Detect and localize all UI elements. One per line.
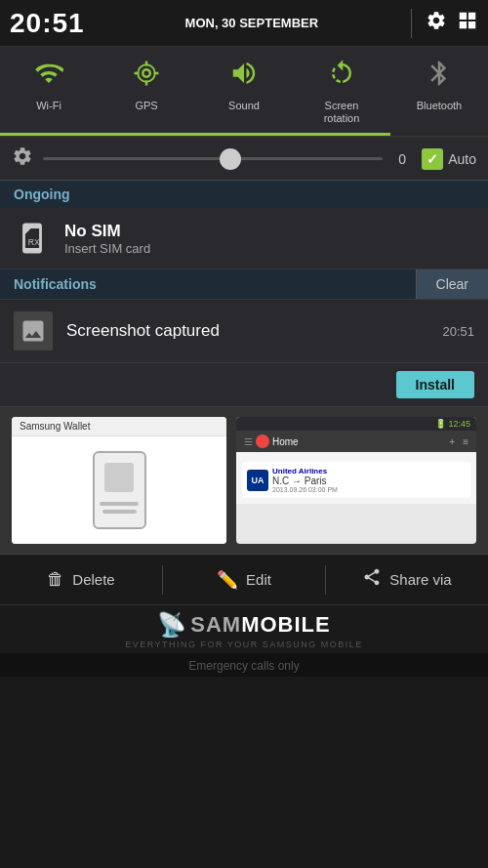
ua-logo: UA [247,470,268,491]
screenshot-notification[interactable]: Screenshot captured 20:51 [0,300,488,363]
qs-wifi[interactable]: Wi-Fi [0,47,98,136]
qs-rotation[interactable]: Screen rotation [293,47,390,136]
auto-checkbox-icon [422,148,443,170]
delete-icon: 🗑 [47,569,64,590]
wifi-icon [34,59,63,95]
wallet-phone-illustration [93,451,146,529]
clear-button[interactable]: Clear [416,269,488,299]
flight-date: 2013.09.26 03:00 PM [272,486,338,493]
qs-bluetooth[interactable]: Bluetooth [390,47,488,136]
screenshot-time: 20:51 [442,324,474,339]
notifications-label: Notifications [0,269,416,299]
rotation-icon [327,59,356,95]
notifications-header: Notifications Clear [0,269,488,300]
auto-brightness-toggle[interactable]: Auto [422,148,476,170]
sound-icon [229,59,259,95]
browser-body: UA United Airlines N.C → Paris 2013.09.2… [236,452,476,504]
brightness-value: 0 [392,151,412,167]
edit-icon: ✏️ [217,569,238,591]
share-button[interactable]: Share via [326,555,488,604]
brand-sam: SAM [190,612,241,637]
svg-point-1 [138,64,155,82]
new-tab-icon: + [449,436,455,447]
tab-menu-icon: ≡ [463,436,468,447]
wallet-card-body [12,436,226,544]
recent-app-wallet[interactable]: Samsung Wallet [12,417,226,544]
settings-icon[interactable] [426,10,447,36]
edit-button[interactable]: ✏️ Edit [163,555,325,604]
brand-tagline: EVERYTHING FOR YOUR SAMSUNG MOBILE [125,640,363,649]
qs-sound-label: Sound [228,100,260,112]
delete-label: Delete [72,571,114,588]
qs-rotation-label: Screen rotation [324,100,360,125]
status-date: MON, 30 SEPTEMBER [97,16,407,30]
screenshot-content: Screenshot captured [66,321,428,341]
brand-mobile: MOBILE [241,612,331,637]
battery-icon: 🔋 [435,419,446,429]
qs-gps[interactable]: GPS [98,47,195,136]
brand-text: SAMMOBILE [190,612,330,638]
no-sim-notification[interactable]: RX No SIM Insert SIM card [0,208,488,269]
brightness-thumb [220,148,241,170]
recent-app-browser[interactable]: 🔋 12:45 ☰ Home + ≡ UA United Airlines N.… [236,417,476,544]
sim-icon: RX [14,220,51,257]
grid-icon[interactable] [457,10,478,36]
recent-apps-area: Samsung Wallet 🔋 12:45 ☰ Home + ≡ [0,407,488,554]
browser-favicon [256,434,269,448]
brand-antenna-icon: 📡 [157,611,186,639]
flight-route: N.C → Paris [272,475,338,486]
brand-logo: 📡 SAMMOBILE [157,611,330,639]
airline-name: United Airlines [272,467,338,475]
share-label: Share via [389,571,451,588]
card2-time-display: 🔋 12:45 [236,417,476,431]
brightness-row: 0 Auto [0,138,488,181]
no-sim-content: No SIM Insert SIM card [64,222,150,256]
ongoing-section-header: Ongoing [0,181,488,208]
screenshot-title: Screenshot captured [66,321,220,340]
brand-bar: 📡 SAMMOBILE EVERYTHING FOR YOUR SAMSUNG … [0,604,488,653]
status-icons [407,9,478,38]
browser-tab-title: Home [272,436,445,447]
svg-point-0 [142,69,150,77]
svg-text:RX: RX [28,237,40,247]
browser-header: ☰ Home + ≡ [236,431,476,452]
bottom-toolbar: 🗑 Delete ✏️ Edit Share via [0,554,488,604]
wallet-card-header: Samsung Wallet [12,417,226,436]
install-bar: Install [0,363,488,407]
brightness-slider[interactable] [43,157,383,160]
screenshot-thumbnail-icon [14,311,53,351]
emergency-text: Emergency calls only [188,659,299,673]
qs-wifi-label: Wi-Fi [36,100,61,112]
emergency-bar: Emergency calls only [0,653,488,677]
brightness-track [43,157,383,160]
quick-settings-panel: Wi-Fi GPS Sound S [0,47,488,138]
brightness-icon [12,145,33,172]
qs-sound[interactable]: Sound [195,47,293,136]
bluetooth-icon [425,59,454,95]
status-time: 20:51 [10,8,85,39]
status-bar: 20:51 MON, 30 SEPTEMBER [0,0,488,47]
auto-label: Auto [448,151,476,167]
divider [411,9,412,38]
edit-label: Edit [246,571,271,588]
qs-bluetooth-label: Bluetooth [417,100,462,112]
no-sim-title: No SIM [64,222,150,241]
delete-button[interactable]: 🗑 Delete [0,555,162,604]
flight-card: UA United Airlines N.C → Paris 2013.09.2… [242,462,470,498]
qs-gps-label: GPS [135,100,157,112]
no-sim-subtitle: Insert SIM card [64,241,150,256]
share-icon [362,567,382,592]
install-button[interactable]: Install [396,371,474,398]
gps-icon [132,59,161,95]
